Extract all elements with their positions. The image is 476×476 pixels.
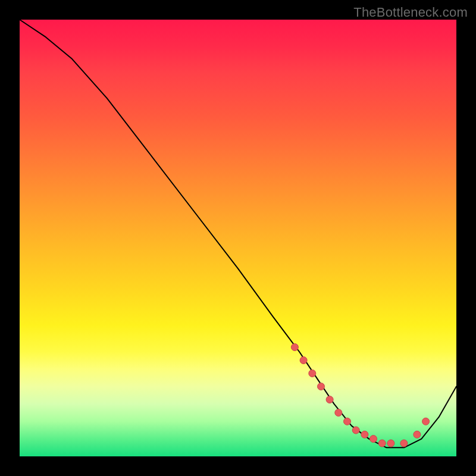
sweet-spot-dot: [422, 418, 430, 425]
sweet-spot-dots: [291, 344, 429, 447]
sweet-spot-dot: [326, 396, 333, 403]
sweet-spot-dot: [309, 370, 316, 377]
sweet-spot-dot: [335, 409, 342, 416]
sweet-spot-dot: [352, 427, 359, 434]
plot-area: [20, 20, 456, 456]
sweet-spot-dot: [414, 431, 421, 438]
chart-frame: TheBottleneck.com: [0, 0, 476, 476]
watermark-text: TheBottleneck.com: [353, 5, 468, 20]
sweet-spot-dot: [300, 357, 307, 364]
sweet-spot-dot: [344, 418, 351, 425]
bottleneck-curve: [20, 20, 456, 447]
sweet-spot-dot: [387, 440, 394, 447]
sweet-spot-dot: [378, 440, 386, 447]
sweet-spot-dot: [291, 344, 298, 351]
sweet-spot-dot: [361, 431, 368, 438]
sweet-spot-dot: [318, 383, 325, 390]
sweet-spot-dot: [400, 440, 408, 447]
chart-svg: [20, 20, 456, 456]
sweet-spot-dot: [370, 436, 377, 443]
